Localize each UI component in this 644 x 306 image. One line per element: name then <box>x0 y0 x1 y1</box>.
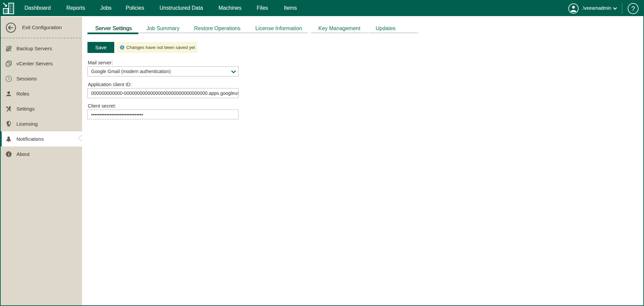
svg-text:?: ? <box>631 5 635 12</box>
svg-text:i: i <box>8 152 9 157</box>
